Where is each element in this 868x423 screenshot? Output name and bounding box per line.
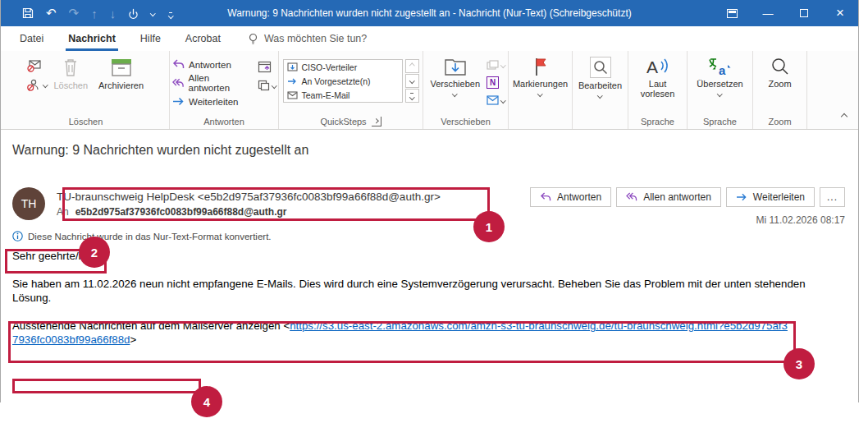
body-paragraph: Sie haben am 11.02.2026 neun nicht empfa… xyxy=(12,277,844,305)
ribbon-display-options-button[interactable] xyxy=(714,0,750,26)
quicksteps-scroll-up xyxy=(405,59,419,73)
annotation-badge-1: 1 xyxy=(473,211,505,242)
quicksteps-gallery: CISO-Verteiler An Vorgesetzte(n) Team-E-… xyxy=(283,59,403,103)
titlebar: ↶ ↷ ↑ ↓ Warnung: 9 Nachrichten wurden ni… xyxy=(1,0,858,26)
reply-button[interactable]: Antworten xyxy=(172,59,252,70)
group-label-sprache-a: Sprache xyxy=(631,113,684,129)
resend-button[interactable] xyxy=(487,95,505,105)
onenote-button[interactable]: N xyxy=(487,76,505,89)
zoom-button[interactable]: Zoom xyxy=(764,53,795,89)
meeting-button[interactable] xyxy=(258,60,276,73)
forward-icon xyxy=(287,77,298,85)
svg-text:a: a xyxy=(719,63,726,76)
tab-datei[interactable]: Datei xyxy=(7,26,56,51)
reply-all-icon xyxy=(172,78,185,89)
annotation-badge-2: 2 xyxy=(79,237,110,268)
lightbulb-icon xyxy=(248,33,258,45)
laut-vorlesen-button[interactable]: A Lautvorlesen xyxy=(637,53,679,99)
bearbeiten-button[interactable]: Bearbeiten xyxy=(574,53,626,98)
group-label-bearbeiten xyxy=(575,113,625,129)
uebersetzen-label: Übersetzen xyxy=(697,79,742,89)
onenote-icon: N xyxy=(487,76,499,89)
annotation-box-1 xyxy=(62,187,490,221)
outlook-message-window: ↶ ↷ ↑ ↓ Warnung: 9 Nachrichten wurden ni… xyxy=(0,0,868,423)
ribbon-group-zoom: Zoom Zoom xyxy=(753,51,807,129)
group-label-markierungen xyxy=(511,113,569,129)
touch-mode-icon[interactable] xyxy=(128,7,139,19)
flag-icon xyxy=(533,57,548,76)
annotation-box-3 xyxy=(8,321,796,363)
laut-vorlesen-label: Lautvorlesen xyxy=(641,79,675,99)
message-date: Mi 11.02.2026 08:17 xyxy=(530,214,845,226)
verschieben-label: Verschieben xyxy=(430,79,480,89)
customize-qat-icon[interactable] xyxy=(169,7,173,21)
ignore-button[interactable] xyxy=(27,60,48,72)
forward-icon xyxy=(736,192,747,202)
close-button[interactable]: × xyxy=(822,0,858,26)
verschieben-button[interactable]: Verschieben xyxy=(426,53,484,96)
collapse-ribbon-icon[interactable] xyxy=(842,108,847,122)
reply-all-button[interactable]: Allen antworten xyxy=(172,73,252,93)
reply-action-button[interactable]: Antworten xyxy=(530,187,611,207)
annotation-box-4 xyxy=(12,379,201,393)
message-subject: Warnung: 9 Nachrichten wurden nicht zuge… xyxy=(1,130,858,163)
junk-button[interactable] xyxy=(27,79,48,91)
loeschen-label: Löschen xyxy=(53,80,88,90)
save-icon[interactable] xyxy=(22,7,34,19)
maximize-button[interactable] xyxy=(786,0,822,26)
ribbon-group-bearbeiten: Bearbeiten xyxy=(573,51,628,129)
magnifier-icon xyxy=(770,57,790,76)
quickstep-an-vorgesetzte[interactable]: An Vorgesetzte(n) xyxy=(284,74,402,88)
group-label-sprache-b: Sprache xyxy=(690,113,750,129)
reply-icon xyxy=(172,59,185,70)
archivieren-label: Archivieren xyxy=(98,80,144,90)
read-aloud-icon: A xyxy=(645,57,669,76)
zoom-label: Zoom xyxy=(768,79,791,89)
rules-button xyxy=(487,60,505,70)
archivieren-button[interactable]: Archivieren xyxy=(94,53,148,90)
markierungen-label: Markierungen xyxy=(513,79,568,89)
avatar[interactable]: TH xyxy=(12,187,45,220)
loeschen-button: Löschen xyxy=(49,53,92,90)
forward-action-button[interactable]: Weiterleiten xyxy=(726,187,815,207)
move-down-icon: ↓ xyxy=(110,7,116,21)
reply-icon xyxy=(540,192,551,202)
bearbeiten-label: Bearbeiten xyxy=(578,80,622,90)
tab-nachricht[interactable]: Nachricht xyxy=(56,26,128,51)
reply-all-action-button[interactable]: Allen antworten xyxy=(616,187,721,207)
greeting-text: Sehr geehrte/r , xyxy=(12,249,833,263)
ribbon-group-sprache-uebersetzen: a Übersetzen Sprache xyxy=(688,51,753,129)
infobar: Diese Nachricht wurde in das Nur-Text-Fo… xyxy=(12,231,858,241)
quickstep-ciso-verteiler[interactable]: CISO-Verteiler xyxy=(284,60,402,74)
quickstep-team-email[interactable]: Team-E-Mail xyxy=(284,88,402,102)
group-label-zoom: Zoom xyxy=(756,113,804,129)
group-label-loeschen: Löschen xyxy=(5,113,167,129)
more-respond-button[interactable] xyxy=(258,80,276,91)
tab-hilfe[interactable]: Hilfe xyxy=(128,26,173,51)
ribbon-tab-row: Datei Nachricht Hilfe Acrobat Was möchte… xyxy=(1,26,858,51)
markierungen-button[interactable]: Markierungen xyxy=(509,53,572,96)
folder-move-icon xyxy=(287,62,298,71)
forward-icon xyxy=(172,96,185,107)
ribbon: Löschen Archivieren Löschen Antworten xyxy=(1,51,858,130)
forward-button[interactable]: Weiterleiten xyxy=(172,96,252,107)
quicksteps-more[interactable] xyxy=(405,89,419,103)
touch-mode-chevron-icon[interactable] xyxy=(150,11,155,16)
tell-me-box[interactable]: Was möchten Sie tun? xyxy=(248,26,367,51)
translate-icon: a xyxy=(708,57,731,76)
undo-icon[interactable]: ↶ xyxy=(46,6,57,21)
quicksteps-scroll-down[interactable] xyxy=(405,74,419,88)
quick-access-toolbar: ↶ ↷ ↑ ↓ xyxy=(22,6,172,21)
redo-icon: ↷ xyxy=(69,6,80,21)
uebersetzen-button[interactable]: a Übersetzen xyxy=(692,53,747,96)
quicksteps-dialog-launcher-icon[interactable] xyxy=(372,117,381,126)
more-actions-button[interactable]: ... xyxy=(820,187,845,207)
tell-me-label: Was möchten Sie tun? xyxy=(264,33,367,44)
annotation-badge-4: 4 xyxy=(191,386,222,417)
tab-acrobat[interactable]: Acrobat xyxy=(173,26,233,51)
ribbon-group-loeschen: Löschen Archivieren Löschen xyxy=(2,51,170,129)
group-label-quicksteps: QuickSteps xyxy=(281,113,420,129)
group-label-antworten: Antworten xyxy=(172,113,276,129)
minimize-button[interactable]: — xyxy=(750,0,786,26)
svg-text:A: A xyxy=(646,57,658,76)
